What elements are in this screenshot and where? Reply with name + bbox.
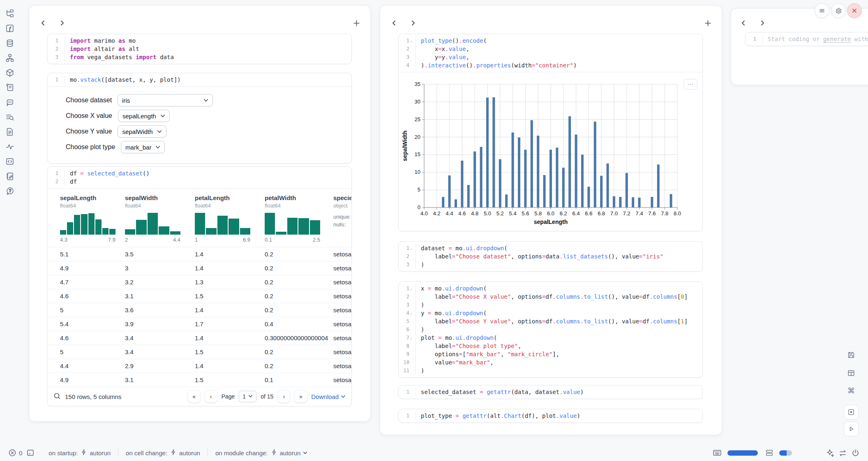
table-row[interactable]: 4.63.11.50.2setosa [48, 289, 351, 303]
dataframe-table: sepalLengthfloat644.37.9sepalWidthfloat6… [48, 189, 351, 406]
table-cell: 5.1 [60, 251, 125, 258]
dropdown-select-choose-plot-type[interactable]: mark_bar [121, 141, 165, 153]
memory-icon[interactable] [765, 449, 773, 457]
code-text: ) [416, 366, 424, 375]
table-cell: 0.2 [265, 265, 333, 272]
close-button[interactable] [847, 3, 862, 18]
dropdown-select-choose-dataset[interactable]: iris [118, 94, 213, 106]
last-page-button[interactable]: » [294, 390, 307, 403]
runtime-setting-0[interactable]: on startup:autorun [48, 449, 111, 457]
scroll-left-button[interactable] [739, 18, 748, 28]
script-icon[interactable] [5, 83, 15, 92]
code-editor[interactable]: 1⌄dataset = mo.ui.dropdown(2 label="Choo… [399, 242, 702, 271]
terminal-icon[interactable] [26, 449, 35, 457]
menu-button[interactable] [815, 3, 829, 18]
table-row[interactable]: 4.42.91.40.2setosa [48, 359, 351, 373]
sitemap-icon[interactable] [5, 53, 15, 62]
file-tree-icon[interactable] [5, 9, 15, 18]
table-row[interactable]: 4.931.40.2setosa [48, 261, 351, 275]
table-row[interactable]: 4.73.21.30.2setosa [48, 275, 351, 289]
code-editor[interactable]: 1mo.vstack([dataset, x, y, plot]) [48, 73, 351, 86]
database-icon[interactable] [5, 39, 15, 48]
table-row[interactable]: 53.61.40.2setosa [48, 303, 351, 317]
run-button[interactable] [844, 422, 859, 436]
dropdown-select-choose-y-value[interactable]: sepalWidth [118, 125, 166, 138]
code-text: ) [416, 260, 424, 269]
altair-bar-chart[interactable]: 051015202530354.04.24.44.64.85.05.25.45.… [399, 72, 702, 231]
column-header-petalLength[interactable]: petalLengthfloat6416.9 [195, 194, 265, 243]
code-editor[interactable]: 1⌄plot_type().encode(2 x=x.value,3 y=y.v… [399, 34, 702, 72]
dropdown-select-choose-x-value[interactable]: sepalLength [118, 110, 170, 122]
code-text: y = mo.ui.dropdown( [416, 309, 487, 317]
layout-panel-button[interactable] [844, 366, 859, 380]
scratchpad-icon[interactable] [5, 172, 15, 181]
function-icon[interactable]: f [5, 24, 15, 33]
code-editor[interactable]: 1selected_dataset = getattr(data, datase… [399, 385, 702, 399]
table-row[interactable]: 53.41.50.2setosa [48, 345, 351, 359]
code-editor[interactable]: 1⌄x = mo.ui.dropdown(2 label="Choose X v… [399, 282, 702, 377]
usage-bar-secondary[interactable] [779, 450, 792, 456]
next-page-button[interactable]: › [277, 390, 290, 403]
notebook-cell[interactable]: 1⌄plot_type().encode(2 x=x.value,3 y=y.v… [398, 34, 703, 231]
scroll-left-button[interactable] [38, 18, 48, 28]
download-link[interactable]: Download [311, 393, 346, 400]
runtime-setting-1[interactable]: on cell change:autorun [126, 449, 200, 457]
package-icon[interactable] [5, 68, 15, 77]
snippets-icon[interactable] [5, 157, 15, 166]
notebook-cell[interactable]: 1plot_type = getattr(alt.Chart(df), plot… [398, 409, 703, 423]
code-editor[interactable]: 1Start coding or generate with [746, 32, 868, 46]
notebook-column-middle: 1⌄plot_type().encode(2 x=x.value,3 y=y.v… [380, 5, 722, 435]
scroll-right-button[interactable] [408, 18, 418, 28]
chart-actions-button[interactable]: ⋯ [683, 79, 697, 90]
notebook-cell[interactable]: 1⌄x = mo.ui.dropdown(2 label="Choose X v… [398, 281, 703, 378]
svg-text:6.0: 6.0 [547, 210, 554, 217]
page-select[interactable]: 1 [239, 391, 256, 402]
table-row[interactable]: 4.63.41.40.30000000000000004setosa [48, 331, 351, 345]
previous-page-button[interactable]: ‹ [205, 390, 217, 403]
column-header-sepalWidth[interactable]: sepalWidthfloat6424.4 [125, 194, 195, 243]
power-icon[interactable] [851, 449, 860, 457]
code-editor[interactable]: 1plot_type = getattr(alt.Chart(df), plot… [399, 409, 702, 422]
ai-sparkle-icon[interactable] [826, 449, 834, 457]
dropdown-controls: Choose datasetirisChoose X valuesepalLen… [48, 87, 351, 163]
code-line: 2 label="Choose X value", options=df.col… [399, 293, 702, 301]
column-header-species[interactable]: speciesobjectunique:nulls: [333, 194, 351, 243]
table-row[interactable]: 5.43.91.70.4setosa [48, 317, 351, 331]
settings-button[interactable] [831, 3, 846, 18]
column-header-petalWidth[interactable]: petalWidthfloat640.12.5 [265, 194, 333, 243]
scroll-right-button[interactable] [57, 18, 67, 28]
scroll-left-button[interactable] [389, 18, 399, 28]
notebook-cell[interactable]: 1⌄dataset = mo.ui.dropdown(2 label="Choo… [398, 241, 703, 272]
column-header-sepalLength[interactable]: sepalLengthfloat644.37.9 [60, 194, 125, 243]
runtime-setting-2[interactable]: on module change:autorun [215, 449, 307, 457]
keyboard-icon[interactable] [713, 448, 722, 457]
first-page-button[interactable]: « [188, 390, 201, 403]
notebook-cell[interactable]: 1df = selected_dataset()2dfsepalLengthfl… [47, 166, 352, 406]
save-button[interactable] [844, 348, 859, 362]
table-row[interactable]: 4.93.11.50.1setosa [48, 373, 351, 387]
code-editor[interactable]: 1import marimo as mo2import altair as al… [48, 34, 351, 64]
notebook-cell[interactable]: 1import marimo as mo2import altair as al… [47, 34, 352, 64]
add-cell-button[interactable] [703, 18, 713, 28]
chatbot-icon[interactable] [5, 98, 15, 107]
code-editor[interactable]: 1df = selected_dataset()2df [48, 167, 351, 188]
search-icon[interactable] [53, 392, 61, 401]
minimap-button[interactable] [844, 405, 859, 420]
code-line: 7⌄plot = mo.ui.dropdown( [399, 334, 702, 342]
notebook-cell[interactable]: 1selected_dataset = getattr(data, datase… [398, 385, 703, 399]
keyboard-shortcuts-button[interactable]: ⌘ [844, 383, 859, 398]
table-cell: 5.4 [60, 320, 125, 327]
add-cell-button[interactable] [351, 18, 361, 28]
error-count-badge[interactable]: 0 [8, 449, 22, 457]
table-row[interactable]: 5.13.51.40.2setosa [48, 247, 351, 261]
notebook-cell[interactable]: 1Start coding or generate with [745, 32, 868, 46]
notebook-cell[interactable]: 1mo.vstack([dataset, x, y, plot])Choose … [47, 73, 352, 164]
help-icon[interactable]: ? [5, 187, 15, 196]
activity-icon[interactable] [5, 142, 15, 151]
column-type: float64 [265, 203, 333, 209]
scroll-right-button[interactable] [757, 18, 767, 28]
document-icon[interactable] [5, 127, 15, 136]
usage-bar-primary[interactable] [727, 450, 758, 456]
swap-icon[interactable] [838, 449, 847, 457]
trace-search-icon[interactable] [5, 113, 15, 122]
